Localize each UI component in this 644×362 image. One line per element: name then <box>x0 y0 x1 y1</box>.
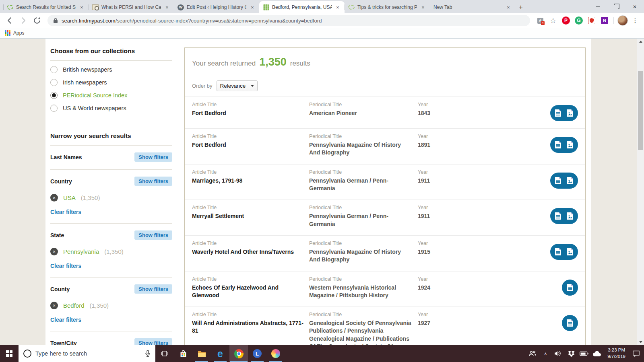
show-filters-button[interactable]: Show filters <box>134 338 172 345</box>
file-explorer-button[interactable] <box>192 345 211 362</box>
browser-tab[interactable]: New Tab <box>430 1 515 13</box>
start-button[interactable] <box>0 345 19 362</box>
volume-icon[interactable] <box>553 345 564 362</box>
scrollbar-down-arrow[interactable] <box>637 339 644 345</box>
collection-option[interactable]: British newspapers <box>50 63 172 76</box>
scrollbar-thumb[interactable] <box>638 71 643 150</box>
image-record-icon[interactable] <box>567 141 573 148</box>
record-buttons[interactable] <box>562 280 578 296</box>
browser-menu-icon[interactable] <box>630 16 640 25</box>
filters-sidebar: Choose from our collections British news… <box>45 39 184 345</box>
tab-close-icon[interactable] <box>334 4 341 10</box>
collection-option[interactable]: Irish newspapers <box>50 76 172 89</box>
microphone-icon[interactable] <box>145 350 151 357</box>
minimize-button[interactable] <box>588 0 607 13</box>
taskbar-clock[interactable]: 3:23 PM 9/7/2019 <box>604 347 629 360</box>
show-filters-button[interactable]: Show filters <box>134 230 172 240</box>
chip-remove-icon[interactable] <box>50 194 58 202</box>
legacy-app-button[interactable] <box>248 345 266 362</box>
year-cell: Year 1911 <box>418 169 447 193</box>
bookmark-star-icon[interactable] <box>548 15 558 26</box>
battery-icon[interactable] <box>578 345 590 362</box>
content-wrapper: Choose from our collections British news… <box>45 39 591 345</box>
tab-close-icon[interactable] <box>505 4 512 10</box>
browser-tab[interactable]: Edit Post ‹ Helping History Con <box>174 1 259 13</box>
task-view-button[interactable] <box>155 345 174 362</box>
image-record-icon[interactable] <box>567 109 573 117</box>
radio-button-icon[interactable] <box>50 66 58 73</box>
show-filters-button[interactable]: Show filters <box>134 284 172 294</box>
tab-favicon <box>263 4 269 10</box>
clear-filters-link[interactable]: Clear filters <box>50 209 81 215</box>
browser-tab[interactable]: Tips & tricks for searching PERS <box>345 1 430 13</box>
transcript-document-icon[interactable] <box>555 141 561 148</box>
record-buttons[interactable] <box>550 137 578 153</box>
pinterest-glyph <box>562 16 570 25</box>
pinterest-extension-icon[interactable] <box>561 15 571 26</box>
chip-remove-icon[interactable] <box>50 248 58 255</box>
browser-tab[interactable]: What is PERSI and How Can Yo <box>89 1 174 13</box>
taskbar-search-box[interactable] <box>19 345 155 362</box>
transcript-document-icon[interactable] <box>567 284 573 291</box>
image-record-icon[interactable] <box>567 177 573 184</box>
transcript-document-icon[interactable] <box>555 177 561 184</box>
onenote-extension-icon[interactable] <box>599 15 610 26</box>
record-buttons[interactable] <box>550 208 578 224</box>
record-buttons[interactable] <box>550 105 578 121</box>
scrollbar-up-arrow[interactable] <box>637 39 644 45</box>
back-button[interactable] <box>4 15 15 26</box>
legacy-l-icon <box>253 349 262 358</box>
collection-option[interactable]: PERiodical Source Index <box>50 89 172 102</box>
collection-option[interactable]: US & World newspapers <box>50 102 172 115</box>
clear-filters-link[interactable]: Clear filters <box>50 263 81 269</box>
microsoft-store-button[interactable] <box>174 345 192 362</box>
transcript-document-icon[interactable] <box>555 248 561 255</box>
edge-button[interactable] <box>211 345 229 362</box>
translate-extension-icon[interactable] <box>535 15 545 26</box>
record-buttons[interactable] <box>562 315 578 331</box>
radio-button-icon[interactable] <box>50 92 58 99</box>
close-window-button[interactable] <box>625 0 644 13</box>
radio-button-icon[interactable] <box>50 79 58 86</box>
taskbar-search-input[interactable] <box>35 350 141 357</box>
clear-filters-link[interactable]: Clear filters <box>50 317 81 323</box>
address-bar[interactable]: search.findmypast.com/search/periodical-… <box>47 15 530 26</box>
tab-close-icon[interactable] <box>420 4 426 10</box>
reload-button[interactable] <box>31 15 43 26</box>
record-buttons[interactable] <box>550 173 578 189</box>
restore-button[interactable] <box>607 0 625 13</box>
transcript-document-icon[interactable] <box>567 319 573 327</box>
people-tray-icon[interactable] <box>527 345 538 362</box>
webadvisor-extension-icon[interactable] <box>586 15 597 26</box>
tab-close-icon[interactable] <box>249 4 256 10</box>
onedrive-cloud-icon[interactable] <box>591 345 603 362</box>
image-record-icon[interactable] <box>567 248 573 255</box>
order-by-select[interactable]: Relevance <box>217 80 258 91</box>
transcript-document-icon[interactable] <box>555 212 561 220</box>
tab-close-icon[interactable] <box>78 4 85 10</box>
browser-tab[interactable]: Bedford, Pennsylvania, USA | fi <box>259 1 345 13</box>
radio-button-icon[interactable] <box>50 105 58 112</box>
page-scrollbar[interactable] <box>637 39 644 345</box>
profile-avatar[interactable] <box>617 15 628 26</box>
image-record-icon[interactable] <box>567 212 573 220</box>
periodical-title-label: Periodical Title <box>309 205 418 210</box>
transcript-document-icon[interactable] <box>555 109 561 117</box>
periodical-title-value: Pennsylvania German / Penn-Germania <box>309 212 418 228</box>
chip-remove-icon[interactable] <box>50 302 58 309</box>
grammarly-extension-icon[interactable] <box>574 15 584 26</box>
apps-bookmark[interactable]: Apps <box>13 30 24 36</box>
tab-close-icon[interactable] <box>164 4 170 10</box>
record-buttons[interactable] <box>550 244 578 260</box>
browser-tab[interactable]: Search Results for United State <box>3 1 89 13</box>
dropbox-icon[interactable] <box>566 345 577 362</box>
chrome-button[interactable] <box>229 345 248 362</box>
paint-app-button[interactable] <box>266 345 285 362</box>
forward-button[interactable] <box>18 15 29 26</box>
article-title-value: Fort Bedford <box>192 141 309 149</box>
show-filters-button[interactable]: Show filters <box>134 152 172 162</box>
show-filters-button[interactable]: Show filters <box>134 177 172 186</box>
new-tab-button[interactable] <box>515 2 526 13</box>
tray-expand-chevron[interactable] <box>540 345 551 362</box>
action-center-icon[interactable] <box>630 345 642 362</box>
